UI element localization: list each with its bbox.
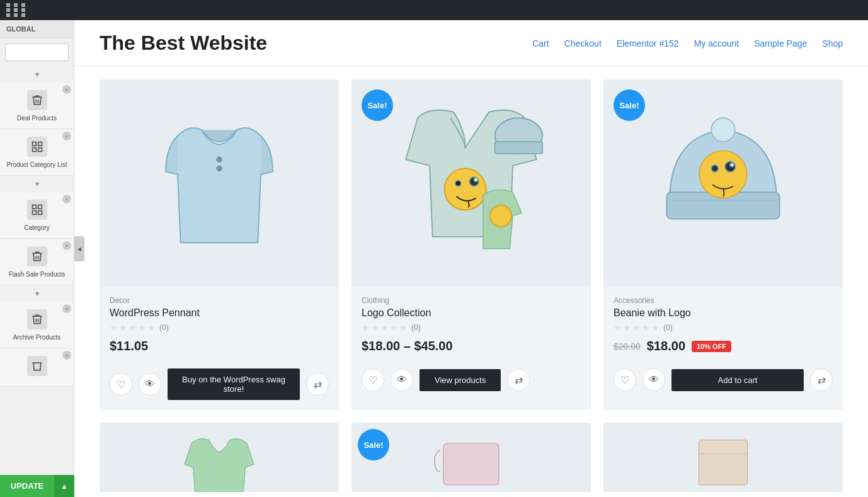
product-rating-count-3: (0) <box>663 323 673 332</box>
sidebar-item-product-category-list[interactable]: × Product Category List <box>0 129 74 176</box>
product-info-beanie: Accessories Beanie with Logo ★ ★ ★ ★ ★ (… <box>603 287 843 368</box>
product-name-wordpress-pennant: WordPress Pennant <box>110 307 329 319</box>
product-image-beanie-with-logo: Sale! <box>603 79 843 287</box>
sale-badge-5: Sale! <box>358 429 389 460</box>
product-stars-beanie: ★ ★ ★ ★ ★ (0) <box>614 323 833 333</box>
star-1: ★ <box>110 323 118 333</box>
close-icon-archive[interactable]: × <box>62 304 71 313</box>
buy-btn-1[interactable]: Buy on the WordPress swag store! <box>168 368 300 400</box>
compare-btn-3[interactable]: ⇄ <box>810 368 833 391</box>
site-header: The Best Website Cart Checkout Elementor… <box>74 20 868 67</box>
sidebar-item-flash-sale-products[interactable]: × Flash Sale Products <box>0 239 74 285</box>
main-content: The Best Website Cart Checkout Elementor… <box>74 20 868 497</box>
star-3-p2: ★ <box>380 323 389 333</box>
product-actions-logo-collection: ♡ 👁 View products ⇄ <box>351 368 591 401</box>
admin-grid-icon[interactable] <box>6 3 28 17</box>
sidebar-collapse-btn-3[interactable]: ▾ <box>0 285 74 302</box>
sidebar-item-category[interactable]: × Category <box>0 192 74 239</box>
chevron-down-icon-3: ▾ <box>35 289 39 298</box>
star-3-p3: ★ <box>632 323 641 333</box>
sale-badge-logo-collection: Sale! <box>362 89 393 121</box>
product-name-beanie: Beanie with Logo <box>614 307 833 319</box>
sidebar-item-archive-products[interactable]: × Archive Products <box>0 302 74 348</box>
wishlist-btn-3[interactable]: ♡ <box>614 368 636 391</box>
svg-point-21 <box>725 161 736 172</box>
sidebar-toggle-btn[interactable]: ◂ <box>74 236 84 261</box>
compare-btn-1[interactable]: ⇄ <box>306 373 329 396</box>
product-image-wordpress-pennant <box>100 79 339 287</box>
flash-sale-products-icon <box>27 246 47 266</box>
svg-rect-11 <box>495 142 542 154</box>
view-btn-2[interactable]: View products <box>420 369 501 391</box>
star-4-p2: ★ <box>390 323 398 333</box>
product-stars-logo-collection: ★ ★ ★ ★ ★ (0) <box>362 323 581 333</box>
quickview-btn-3[interactable]: 👁 <box>642 368 665 391</box>
products-grid-row2: Sale! <box>100 423 843 492</box>
star-2-p3: ★ <box>623 323 631 333</box>
product-category-wordpress-pennant: Decor <box>110 296 329 305</box>
product-name-logo-collection: Logo Collection <box>362 307 581 319</box>
archive-products-icon <box>27 309 47 329</box>
svg-rect-2 <box>38 148 42 152</box>
star-4: ★ <box>138 323 146 333</box>
svg-rect-6 <box>38 211 42 215</box>
svg-rect-4 <box>32 205 36 209</box>
product-card-logo-collection: Sale! <box>351 79 591 410</box>
star-5: ★ <box>147 323 156 333</box>
update-button[interactable]: UPDATE <box>0 475 54 497</box>
close-icon-flash[interactable]: × <box>62 241 71 250</box>
product-image-logo-collection: Sale! <box>351 79 591 287</box>
cart-btn-3[interactable]: Add to cart <box>671 369 804 391</box>
nav-link-my-account[interactable]: My account <box>694 38 740 49</box>
sidebar-item-archive-label: Archive Products <box>13 333 61 341</box>
svg-point-22 <box>730 163 734 167</box>
product-category-list-icon <box>27 137 47 157</box>
product-actions-wordpress-pennant: ♡ 👁 Buy on the WordPress swag store! ⇄ <box>100 368 339 410</box>
star-2-p2: ★ <box>371 323 379 333</box>
sidebar-item-flash-sale-label: Flash Sale Products <box>9 270 66 278</box>
quickview-btn-2[interactable]: 👁 <box>391 368 413 391</box>
sidebar-item-deal-products[interactable]: × Deal Products <box>0 83 74 129</box>
wishlist-btn-2[interactable]: ♡ <box>362 368 384 391</box>
svg-point-12 <box>445 168 486 210</box>
price-original-beanie: $20.00 <box>614 341 641 351</box>
deal-products-icon <box>27 90 47 110</box>
close-icon-w6[interactable]: × <box>62 351 71 360</box>
nav-link-shop[interactable]: Shop <box>822 38 843 49</box>
star-3: ★ <box>128 323 137 333</box>
products-section: Decor WordPress Pennant ★ ★ ★ ★ ★ (0) $1… <box>74 67 868 497</box>
sidebar-item-widget-6[interactable]: × <box>0 348 74 387</box>
sidebar-collapse-btn-2[interactable]: ▾ <box>0 176 74 192</box>
product-price-beanie: $20.00 $18.00 10% OFF <box>614 339 833 353</box>
update-arrow-button[interactable]: ▲ <box>54 475 74 497</box>
svg-rect-3 <box>32 148 36 152</box>
nav-link-cart[interactable]: Cart <box>532 38 549 49</box>
wishlist-btn-1[interactable]: ♡ <box>110 373 132 396</box>
site-title: The Best Website <box>100 31 267 55</box>
svg-point-20 <box>711 165 718 172</box>
star-5-p2: ★ <box>399 323 408 333</box>
close-icon[interactable]: × <box>62 132 71 140</box>
price-value-3: $18.00 <box>647 339 685 353</box>
product-info-wordpress-pennant: Decor WordPress Pennant ★ ★ ★ ★ ★ (0) $1… <box>100 287 339 368</box>
product-rating-count-2: (0) <box>411 323 421 332</box>
price-value-2: $18.00 – $45.00 <box>362 339 453 353</box>
product-actions-beanie: ♡ 👁 Add to cart ⇄ <box>603 368 843 401</box>
sidebar-search[interactable] <box>5 43 69 61</box>
close-icon[interactable]: × <box>62 85 71 94</box>
nav-link-elementor[interactable]: Elementor #152 <box>617 38 679 49</box>
quickview-btn-1[interactable]: 👁 <box>139 373 161 396</box>
price-value-1: $11.05 <box>110 339 148 353</box>
svg-rect-0 <box>32 142 36 146</box>
close-icon-category[interactable]: × <box>62 195 71 203</box>
product-card-5: Sale! <box>351 423 591 492</box>
product-card-wordpress-pennant: Decor WordPress Pennant ★ ★ ★ ★ ★ (0) $1… <box>100 79 339 410</box>
product-category-beanie: Accessories <box>614 296 833 305</box>
nav-link-sample-page[interactable]: Sample Page <box>754 38 807 49</box>
nav-link-checkout[interactable]: Checkout <box>564 38 602 49</box>
sidebar-global-label: GLOBAL <box>0 20 74 38</box>
sidebar-collapse-btn[interactable]: ▾ <box>0 66 74 83</box>
svg-point-13 <box>455 180 461 186</box>
compare-btn-2[interactable]: ⇄ <box>507 368 530 391</box>
product-card-beanie-with-logo: Sale! <box>603 79 843 410</box>
